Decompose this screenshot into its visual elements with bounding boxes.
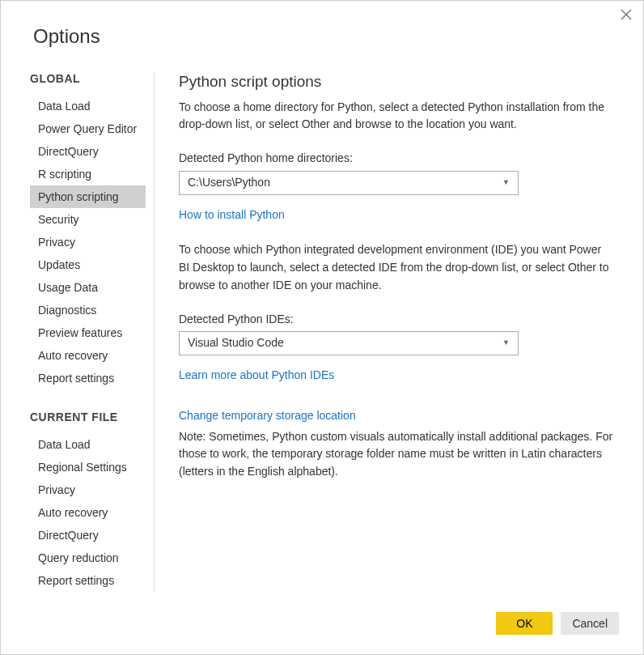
cancel-button[interactable]: Cancel [561, 612, 619, 635]
nav-item-cf-report-settings[interactable]: Report settings [30, 569, 146, 592]
home-dir-label: Detected Python home directories: [179, 150, 614, 168]
nav-item-python-scripting[interactable]: Python scripting [30, 185, 146, 208]
nav-item-cf-privacy[interactable]: Privacy [30, 478, 146, 501]
note-text: Note: Sometimes, Python custom visuals a… [179, 428, 614, 481]
nav-item-security[interactable]: Security [30, 208, 146, 231]
nav-item-cf-query-reduction[interactable]: Query reduction [30, 547, 146, 569]
nav-item-usage-data[interactable]: Usage Data [30, 276, 146, 299]
dialog-footer: OK Cancel [496, 612, 619, 635]
nav-item-privacy[interactable]: Privacy [30, 231, 146, 253]
nav-item-report-settings[interactable]: Report settings [30, 367, 146, 389]
nav-item-power-query-editor[interactable]: Power Query Editor [30, 117, 146, 140]
python-ide-link[interactable]: Learn more about Python IDEs [179, 367, 334, 385]
sidebar: GLOBAL Data Load Power Query Editor Dire… [1, 72, 155, 592]
nav-item-data-load[interactable]: Data Load [30, 95, 146, 117]
ide-dropdown[interactable]: Visual Studio Code ▼ [179, 331, 519, 355]
main-title: Python script options [179, 72, 614, 92]
chevron-down-icon: ▼ [502, 338, 510, 349]
nav-item-cf-regional-settings[interactable]: Regional Settings [30, 456, 146, 478]
intro-text: To choose a home directory for Python, s… [179, 99, 614, 134]
ok-button[interactable]: OK [496, 612, 553, 635]
nav-item-r-scripting[interactable]: R scripting [30, 163, 146, 185]
storage-location-link[interactable]: Change temporary storage location [179, 407, 356, 425]
nav-item-preview-features[interactable]: Preview features [30, 321, 146, 344]
nav-item-cf-directquery[interactable]: DirectQuery [30, 524, 146, 547]
nav-item-updates[interactable]: Updates [30, 253, 146, 276]
chevron-down-icon: ▼ [502, 177, 510, 189]
nav-item-directquery[interactable]: DirectQuery [30, 140, 146, 163]
ide-value: Visual Studio Code [188, 334, 284, 352]
ide-intro-text: To choose which Python integrated develo… [179, 241, 614, 294]
dialog-title: Options [1, 1, 643, 48]
nav-item-cf-data-load[interactable]: Data Load [30, 433, 146, 456]
nav-item-diagnostics[interactable]: Diagnostics [30, 299, 146, 321]
main-panel: Python script options To choose a home d… [155, 72, 643, 592]
ide-label: Detected Python IDEs: [179, 311, 614, 329]
home-dir-value: C:\Users\Python [188, 174, 270, 192]
nav-item-auto-recovery[interactable]: Auto recovery [30, 344, 146, 367]
nav-section-global: GLOBAL [30, 72, 154, 85]
nav-section-current-file: CURRENT FILE [30, 410, 154, 423]
home-dir-dropdown[interactable]: C:\Users\Python ▼ [179, 171, 519, 195]
close-icon[interactable] [621, 9, 632, 23]
install-python-link[interactable]: How to install Python [179, 206, 285, 224]
nav-item-cf-auto-recovery[interactable]: Auto recovery [30, 501, 146, 524]
